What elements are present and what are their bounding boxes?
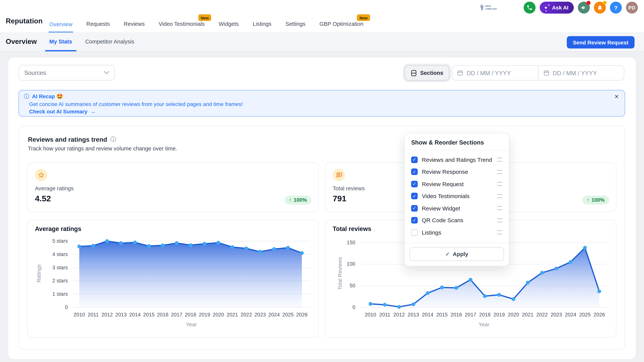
svg-text:2010: 2010 xyxy=(365,312,376,317)
tab-my-stats[interactable]: My Stats xyxy=(45,33,76,51)
banner-close-button[interactable]: ✕ xyxy=(614,93,619,100)
nav-tab-widgets[interactable]: Widgets xyxy=(218,21,240,33)
date-to-placeholder: DD / MM / YYYY xyxy=(553,70,597,76)
nav-tab-reviews[interactable]: Reviews xyxy=(123,21,146,33)
ai-summary-link[interactable]: Check out AI Summary → xyxy=(29,108,96,115)
svg-text:0: 0 xyxy=(352,304,355,310)
svg-text:2017: 2017 xyxy=(171,312,182,317)
arrow-up-icon: ↑ xyxy=(289,197,292,203)
announcements-button[interactable] xyxy=(578,2,590,14)
svg-text:2015: 2015 xyxy=(143,312,154,317)
checkbox-unchecked[interactable] xyxy=(411,229,418,236)
nav-tab-label: Requests xyxy=(86,21,110,27)
drag-handle-icon[interactable] xyxy=(497,194,502,198)
svg-text:Year: Year xyxy=(479,321,490,327)
drag-handle-icon[interactable] xyxy=(497,218,502,222)
drag-handle-icon[interactable] xyxy=(497,158,502,161)
nav-tab-overview[interactable]: Overview xyxy=(48,21,73,32)
section-toggle-review-widget[interactable]: ✓Review Widget xyxy=(411,202,502,214)
calendar-icon xyxy=(543,70,549,76)
chart-title: Total reviews xyxy=(333,225,371,232)
sections-label: Sections xyxy=(420,70,443,76)
avatar[interactable]: PD xyxy=(626,2,638,14)
notification-dot xyxy=(586,1,591,5)
delta-badge: ↑ 100% xyxy=(582,196,609,205)
ai-recap-banner: ⓘ AI Recap 🤩 Get concise AI summaries of… xyxy=(18,90,625,117)
banner-title: AI Recap 🤩 xyxy=(32,93,63,99)
nav-tab-requests[interactable]: Requests xyxy=(86,21,111,33)
calendar-icon xyxy=(457,70,463,76)
drag-handle-icon[interactable] xyxy=(497,206,502,210)
nav-tab-video-testimonials[interactable]: Video TestimonialsNew xyxy=(158,21,206,33)
hipaa-compliant-logo: ⚕ HIPAA COMPLIANT xyxy=(480,4,497,12)
svg-text:2018: 2018 xyxy=(185,312,196,317)
section-toggle-video-testimonials[interactable]: ✓Video Testimonials xyxy=(411,190,502,202)
svg-text:0: 0 xyxy=(65,304,68,310)
svg-text:2022: 2022 xyxy=(240,312,252,317)
nav-tab-listings[interactable]: Listings xyxy=(252,21,272,33)
checkbox-checked[interactable]: ✓ xyxy=(411,168,418,175)
hipaa-text: HIPAA xyxy=(485,5,497,8)
drag-handle-icon[interactable] xyxy=(497,182,502,186)
banner-body: Get concise AI summaries of customer rev… xyxy=(29,101,243,107)
compliant-text: COMPLIANT xyxy=(485,8,497,10)
ask-ai-label: Ask AI xyxy=(552,5,568,11)
tab-label: Competitor Analysis xyxy=(85,38,134,45)
sections-button[interactable]: Sections xyxy=(404,65,450,81)
phone-button[interactable] xyxy=(524,2,536,14)
caduceus-icon: ⚕ xyxy=(480,4,484,12)
svg-text:2025: 2025 xyxy=(282,312,294,317)
arrow-right-icon: → xyxy=(90,108,96,115)
apply-button[interactable]: ✓ Apply xyxy=(410,247,504,261)
svg-text:Ratings: Ratings xyxy=(36,264,42,282)
chat-bubble-icon xyxy=(333,169,345,181)
section-toggle-qr-code-scans[interactable]: ✓QR Code Scans xyxy=(411,214,502,226)
check-icon: ✓ xyxy=(445,251,450,257)
tab-competitor-analysis[interactable]: Competitor Analysis xyxy=(81,33,138,51)
info-icon: ⓘ xyxy=(24,94,29,99)
section-subtitle: Track how your ratings and review volume… xyxy=(28,146,177,152)
sources-select[interactable]: Sources xyxy=(18,65,115,81)
date-range: DD / MM / YYYY DD / MM / YYYY xyxy=(452,65,624,81)
notifications-button[interactable] xyxy=(594,2,606,14)
top-nav: Reputation OverviewRequestsReviewsVideo … xyxy=(0,0,644,33)
ai-summary-link-label: Check out AI Summary xyxy=(29,108,88,115)
svg-text:2023: 2023 xyxy=(550,312,562,317)
page-title: Overview xyxy=(6,38,37,46)
ask-ai-button[interactable]: ✦✦✦ Ask AI xyxy=(540,2,574,14)
nav-tab-settings[interactable]: Settings xyxy=(284,21,306,33)
checkbox-checked[interactable]: ✓ xyxy=(411,205,418,212)
info-icon[interactable]: ⓘ xyxy=(110,136,116,143)
checkbox-checked[interactable]: ✓ xyxy=(411,217,418,224)
date-to-input[interactable]: DD / MM / YYYY xyxy=(538,66,624,80)
new-badge: New xyxy=(357,15,370,21)
checkbox-checked[interactable]: ✓ xyxy=(411,181,418,187)
svg-text:2019: 2019 xyxy=(494,312,505,317)
section-toggle-reviews-and-ratings-trend[interactable]: ✓Reviews and Ratings Trend xyxy=(411,154,502,166)
svg-text:100: 100 xyxy=(347,261,355,267)
average-ratings-chart[interactable]: 5 stars4 stars3 stars2 stars1 stars02010… xyxy=(28,220,319,338)
checkbox-checked[interactable]: ✓ xyxy=(411,157,418,163)
svg-text:Total Reviews: Total Reviews xyxy=(337,257,343,290)
svg-text:2020: 2020 xyxy=(213,312,224,317)
section-toggle-listings[interactable]: Listings xyxy=(411,226,502,239)
section-toggle-review-request[interactable]: ✓Review Request xyxy=(411,178,502,190)
nav-tab-label: Overview xyxy=(49,21,72,27)
drag-handle-icon[interactable] xyxy=(497,170,502,174)
checkbox-checked[interactable]: ✓ xyxy=(411,193,418,199)
send-review-request-button[interactable]: Send Review Request xyxy=(567,36,634,49)
section-toggle-review-response[interactable]: ✓Review Response xyxy=(411,166,502,178)
svg-text:2 stars: 2 stars xyxy=(52,278,68,283)
svg-text:2014: 2014 xyxy=(129,312,141,317)
help-button[interactable]: ? xyxy=(610,2,622,14)
nav-tab-gbp-optimization[interactable]: GBP OptimizationNew xyxy=(318,21,364,33)
delta-value: 100% xyxy=(294,197,307,203)
svg-text:2019: 2019 xyxy=(199,312,210,317)
stat-label: Total reviews xyxy=(333,185,365,191)
drag-handle-icon[interactable] xyxy=(497,231,502,234)
section-item-label: Review Response xyxy=(422,168,493,175)
date-from-input[interactable]: DD / MM / YYYY xyxy=(452,66,538,80)
section-item-label: Video Testimonials xyxy=(422,193,493,199)
svg-text:2014: 2014 xyxy=(422,312,433,317)
nav-tab-label: Listings xyxy=(253,21,272,27)
